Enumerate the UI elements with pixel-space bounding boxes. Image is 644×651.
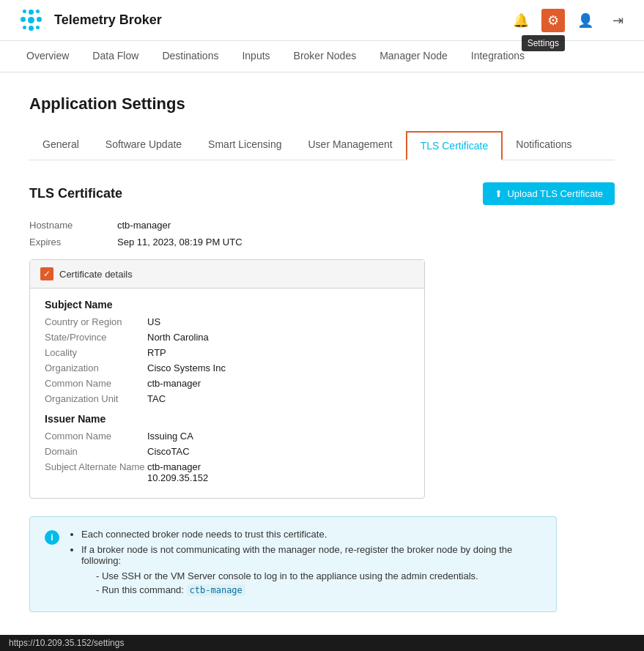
cisco-dot bbox=[21, 17, 26, 22]
cisco-dot bbox=[36, 10, 40, 13]
state-label: State/Province bbox=[45, 332, 147, 343]
hostname-row: Hostname ctb-manager bbox=[29, 220, 615, 231]
cisco-dot bbox=[29, 10, 34, 15]
cert-body: Subject Name Country or Region US State/… bbox=[30, 289, 424, 498]
user-button[interactable]: 👤 bbox=[574, 9, 597, 32]
common-name-value: ctb-manager bbox=[147, 378, 201, 389]
tab-smart-licensing[interactable]: Smart Licensing bbox=[195, 131, 295, 160]
top-bar: Telemetry Broker 🔔 ⚙ Settings 👤 ⇥ bbox=[0, 0, 644, 41]
tls-section-header: TLS Certificate ⬆ Upload TLS Certificate bbox=[29, 182, 615, 205]
tab-general[interactable]: General bbox=[29, 131, 92, 160]
expires-value: Sep 11, 2023, 08:19 PM UTC bbox=[117, 237, 243, 248]
tls-content: TLS Certificate ⬆ Upload TLS Certificate… bbox=[29, 182, 615, 612]
info-box: i Each connected broker node needs to tr… bbox=[29, 516, 557, 612]
issuer-name-heading: Issuer Name bbox=[45, 413, 410, 425]
info-command: ctb-manage bbox=[187, 584, 245, 596]
cert-details-title: Certificate details bbox=[59, 269, 133, 280]
org-unit-field: Organization Unit TAC bbox=[45, 393, 410, 404]
settings-tooltip-wrap: ⚙ Settings bbox=[541, 9, 565, 32]
locality-field: Locality RTP bbox=[45, 347, 410, 358]
main-content: Application Settings General Software Up… bbox=[0, 72, 644, 634]
locality-label: Locality bbox=[45, 347, 147, 358]
issuer-common-name-field: Common Name Issuing CA bbox=[45, 431, 410, 442]
common-name-label: Common Name bbox=[45, 378, 147, 389]
nav-item-destinations[interactable]: Destinations bbox=[150, 41, 230, 72]
san-field: Subject Alternate Name ctb-manager 10.20… bbox=[45, 461, 410, 483]
tls-section-title: TLS Certificate bbox=[29, 186, 122, 201]
info-icon: i bbox=[45, 530, 59, 545]
cisco-dot bbox=[29, 26, 34, 31]
info-sub-1: Use SSH or the VM Server console to log … bbox=[96, 570, 541, 581]
cert-details-panel: ✓ Certificate details Subject Name Count… bbox=[29, 259, 425, 499]
upload-icon: ⬆ bbox=[495, 188, 503, 199]
info-content: Each connected broker node needs to trus… bbox=[68, 529, 541, 600]
org-value: Cisco Systems Inc bbox=[147, 362, 226, 373]
org-field: Organization Cisco Systems Inc bbox=[45, 362, 410, 373]
domain-label: Domain bbox=[45, 446, 147, 457]
state-field: State/Province North Carolina bbox=[45, 332, 410, 343]
san-values: ctb-manager 10.209.35.152 bbox=[147, 461, 208, 483]
upload-btn-label: Upload TLS Certificate bbox=[507, 188, 603, 199]
tab-notifications[interactable]: Notifications bbox=[503, 131, 585, 160]
nav-item-data-flow[interactable]: Data Flow bbox=[81, 41, 150, 72]
domain-value: CiscoTAC bbox=[147, 446, 190, 457]
san-value-0: ctb-manager bbox=[147, 461, 208, 472]
nav-item-manager-node[interactable]: Manager Node bbox=[368, 41, 459, 72]
org-label: Organization bbox=[45, 362, 147, 373]
org-unit-label: Organization Unit bbox=[45, 393, 147, 404]
upload-tls-button[interactable]: ⬆ Upload TLS Certificate bbox=[483, 182, 615, 205]
locality-value: RTP bbox=[147, 347, 166, 358]
country-label: Country or Region bbox=[45, 316, 147, 327]
settings-tooltip: Settings bbox=[522, 35, 565, 51]
san-value-1: 10.209.35.152 bbox=[147, 472, 208, 483]
subject-name-heading: Subject Name bbox=[45, 299, 410, 310]
san-label: Subject Alternate Name bbox=[45, 461, 147, 483]
nav-item-broker-nodes[interactable]: Broker Nodes bbox=[282, 41, 369, 72]
issuer-common-name-label: Common Name bbox=[45, 431, 147, 442]
hostname-value: ctb-manager bbox=[117, 220, 171, 231]
notifications-button[interactable]: 🔔 bbox=[509, 9, 533, 32]
issuer-common-name-value: Issuing CA bbox=[147, 431, 193, 442]
org-unit-value: TAC bbox=[147, 393, 166, 404]
nav-item-inputs[interactable]: Inputs bbox=[230, 41, 281, 72]
tab-user-management[interactable]: User Management bbox=[295, 131, 406, 160]
settings-button[interactable]: ⚙ bbox=[541, 9, 565, 32]
cisco-dot bbox=[23, 26, 26, 29]
nav-item-overview[interactable]: Overview bbox=[15, 41, 81, 72]
logout-button[interactable]: ⇥ bbox=[606, 9, 629, 32]
info-sub-2: Run this command: ctb-manage bbox=[96, 584, 541, 595]
top-bar-actions: 🔔 ⚙ Settings 👤 ⇥ bbox=[509, 9, 629, 32]
tab-tls-certificate[interactable]: TLS Certificate bbox=[406, 131, 503, 160]
info-list: Each connected broker node needs to trus… bbox=[68, 529, 541, 595]
cert-details-toggle[interactable]: ✓ Certificate details bbox=[30, 260, 424, 289]
cisco-dot bbox=[28, 17, 34, 23]
cisco-logo-mark bbox=[15, 10, 47, 31]
tabs-bar: General Software Update Smart Licensing … bbox=[29, 131, 615, 160]
cisco-logo: Telemetry Broker bbox=[15, 10, 162, 31]
tab-software-update[interactable]: Software Update bbox=[92, 131, 195, 160]
info-bullet-1: Each connected broker node needs to trus… bbox=[81, 529, 541, 540]
country-value: US bbox=[147, 316, 160, 327]
common-name-field: Common Name ctb-manager bbox=[45, 378, 410, 389]
app-title: Telemetry Broker bbox=[54, 12, 162, 28]
cert-checkbox-icon: ✓ bbox=[40, 267, 53, 280]
cisco-dot bbox=[23, 10, 26, 13]
state-value: North Carolina bbox=[147, 332, 209, 343]
expires-label: Expires bbox=[29, 237, 117, 248]
country-field: Country or Region US bbox=[45, 316, 410, 327]
domain-field: Domain CiscoTAC bbox=[45, 446, 410, 457]
info-bullet-2: If a broker node is not communicating wi… bbox=[81, 544, 541, 595]
expires-row: Expires Sep 11, 2023, 08:19 PM UTC bbox=[29, 237, 615, 248]
brand-area: Telemetry Broker bbox=[15, 10, 162, 31]
cisco-dot bbox=[36, 26, 40, 29]
info-box-inner: i Each connected broker node needs to tr… bbox=[45, 529, 541, 600]
info-sub-list: Use SSH or the VM Server console to log … bbox=[81, 570, 541, 595]
page-title: Application Settings bbox=[29, 94, 615, 114]
cisco-dot bbox=[37, 17, 42, 22]
hostname-label: Hostname bbox=[29, 220, 117, 231]
